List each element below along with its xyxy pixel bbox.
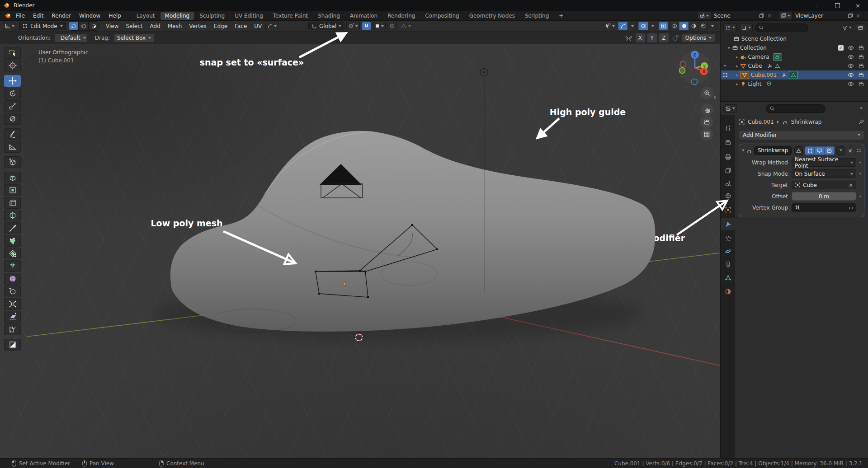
outliner-search-input[interactable] xyxy=(755,23,808,32)
tool-shrink-fatten[interactable] xyxy=(4,298,21,310)
tool-rotate[interactable] xyxy=(4,88,21,99)
gizmo-negative-z-ball[interactable] xyxy=(692,79,698,85)
hide-eye-icon[interactable] xyxy=(848,54,854,60)
panel-expand-chevron-icon[interactable] xyxy=(742,150,745,151)
new-scene-icon[interactable] xyxy=(759,13,764,19)
toggle-ortho-grid-button[interactable] xyxy=(700,128,713,140)
hide-eye-icon[interactable] xyxy=(848,45,854,51)
outliner-row-cube-001[interactable]: ▸ Cube.001 xyxy=(721,70,868,80)
new-collection-button[interactable] xyxy=(856,23,865,32)
mirror-z-button[interactable]: Z xyxy=(659,33,669,43)
tool-spin[interactable] xyxy=(4,260,21,272)
camera-view-button[interactable] xyxy=(700,116,713,128)
new-view-layer-icon[interactable] xyxy=(847,13,853,19)
tab-particles[interactable] xyxy=(721,233,735,244)
tab-uv-editing[interactable]: UV Editing xyxy=(230,12,268,20)
tab-sculpting[interactable]: Sculpting xyxy=(195,12,229,20)
invert-vertex-group-icon[interactable]: ↔ xyxy=(849,205,853,211)
tab-material[interactable] xyxy=(721,285,735,297)
orientation-dropdown[interactable]: Default xyxy=(54,33,88,42)
mesh-data-badge[interactable] xyxy=(789,71,798,79)
mesh-overlay-dropdown[interactable] xyxy=(265,22,278,30)
tab-scene[interactable] xyxy=(721,178,735,189)
tab-view-layer[interactable] xyxy=(721,164,735,176)
shading-wireframe-button[interactable] xyxy=(670,22,679,30)
menu-add[interactable]: Add xyxy=(146,21,164,32)
proportional-falloff-dropdown[interactable] xyxy=(399,22,413,30)
options-dropdown[interactable]: Options xyxy=(682,33,715,42)
hide-eye-icon[interactable] xyxy=(848,81,854,87)
snap-mode-dropdown[interactable]: On Surface xyxy=(792,169,856,178)
pin-icon[interactable] xyxy=(858,119,864,125)
mode-dropdown[interactable]: Edit Mode xyxy=(19,22,66,30)
tab-object[interactable] xyxy=(721,204,735,215)
outliner-editor-type-button[interactable] xyxy=(723,23,737,32)
disable-render-icon[interactable] xyxy=(858,45,864,51)
pan-hand-button[interactable] xyxy=(701,103,713,116)
tool-smooth[interactable] xyxy=(4,248,21,259)
tool-transform[interactable] xyxy=(4,113,21,125)
edge-select-mode-button[interactable] xyxy=(79,21,89,31)
viewport-3d[interactable]: Edit Mode View Select Add Mesh Vertex Ed… xyxy=(0,21,720,458)
offset-slider[interactable]: 0 m xyxy=(792,192,856,201)
target-object-field[interactable]: Cube × xyxy=(792,181,856,189)
toggle-cage-button[interactable] xyxy=(805,146,815,155)
disclosure-triangle-icon[interactable]: ▸ xyxy=(736,73,738,77)
animate-dot[interactable]: • xyxy=(858,171,863,176)
properties-search-input[interactable] xyxy=(766,104,826,113)
camera-data-badge[interactable] xyxy=(773,53,782,61)
toggle-xray-button[interactable] xyxy=(659,22,668,30)
menu-render[interactable]: Render xyxy=(47,11,75,21)
proportional-editing-button[interactable] xyxy=(387,22,397,30)
tool-poly-build[interactable] xyxy=(4,235,21,247)
shading-material-button[interactable] xyxy=(689,22,698,30)
toggle-viewport-display-button[interactable] xyxy=(815,146,825,155)
tool-loop-cut[interactable] xyxy=(4,210,21,221)
modifier-name-field[interactable]: Shrinkwrap xyxy=(754,146,792,155)
properties-options-chevron-icon[interactable] xyxy=(860,108,863,109)
menu-edit[interactable]: Edit xyxy=(29,11,47,21)
tool-bevel[interactable] xyxy=(4,197,21,209)
menu-face[interactable]: Face xyxy=(231,21,250,32)
clear-target-icon[interactable]: × xyxy=(849,182,853,188)
tab-texture-paint[interactable]: Texture Paint xyxy=(269,12,312,20)
animate-dot[interactable]: • xyxy=(858,194,863,199)
mirror-icon[interactable] xyxy=(625,35,632,42)
show-gizmo-button[interactable] xyxy=(618,22,627,30)
tool-randomize[interactable] xyxy=(4,273,21,285)
hide-eye-icon[interactable] xyxy=(848,63,854,69)
pivot-point-dropdown[interactable] xyxy=(346,22,360,30)
overlays-dropdown[interactable] xyxy=(648,22,657,30)
tab-constraints[interactable] xyxy=(721,259,735,271)
view-layer-browse-button[interactable] xyxy=(778,12,792,20)
tab-animation[interactable]: Animation xyxy=(345,12,382,20)
unlink-scene-icon[interactable]: × xyxy=(767,13,772,19)
hide-eye-icon[interactable] xyxy=(848,72,854,78)
tool-edge-slide[interactable] xyxy=(4,285,21,297)
modifier-wrench-icon[interactable] xyxy=(767,63,773,69)
menu-help[interactable]: Help xyxy=(104,11,125,21)
menu-uv[interactable]: UV xyxy=(250,21,265,32)
tool-move[interactable] xyxy=(4,75,21,87)
modifier-extras-dropdown[interactable] xyxy=(836,146,845,155)
navigation-gizmo[interactable]: Z Y X xyxy=(677,48,714,89)
scene-browse-button[interactable] xyxy=(697,12,711,20)
show-object-types-dropdown[interactable] xyxy=(603,22,617,30)
tab-layout[interactable]: Layout xyxy=(132,12,160,20)
outliner-row-scene-collection[interactable]: Scene Collection xyxy=(721,34,868,43)
menu-vertex[interactable]: Vertex xyxy=(185,21,210,32)
add-modifier-dropdown[interactable]: Add Modifier xyxy=(739,130,864,140)
outliner-row-collection[interactable]: ▾ Collection ✓ xyxy=(721,43,868,52)
vertex-group-field[interactable]: ↔ xyxy=(792,203,856,212)
properties-editor-type-button[interactable] xyxy=(723,104,737,113)
shading-solid-button[interactable] xyxy=(679,22,689,30)
disclosure-triangle-icon[interactable]: ▸ xyxy=(736,82,738,86)
zoom-button[interactable] xyxy=(701,87,713,99)
tool-knife[interactable] xyxy=(4,222,21,234)
tool-annotate[interactable] xyxy=(4,128,21,140)
tool-cursor[interactable] xyxy=(4,60,21,71)
disclosure-triangle-icon[interactable]: ▸ xyxy=(736,64,738,68)
maximize-button[interactable] xyxy=(827,0,848,11)
disable-render-icon[interactable] xyxy=(858,63,864,69)
tool-extrude-region[interactable] xyxy=(4,172,21,183)
